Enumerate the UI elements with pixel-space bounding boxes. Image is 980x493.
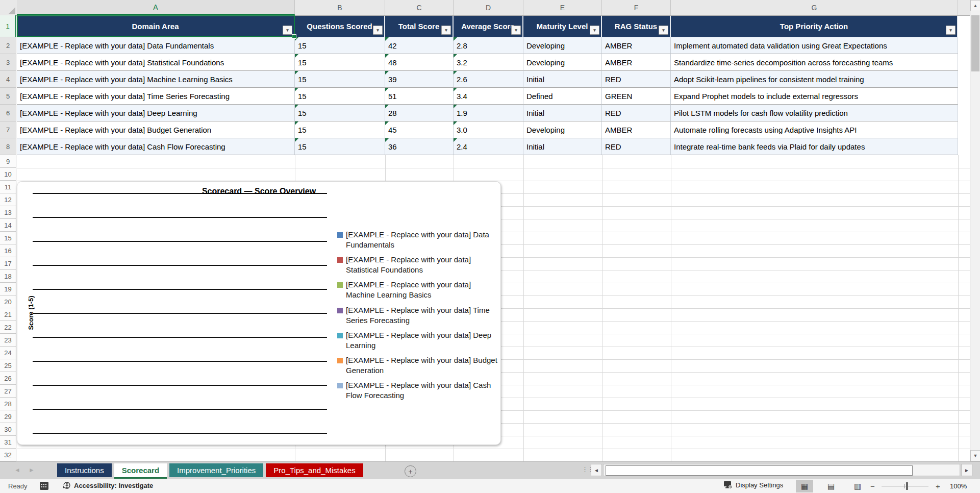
sheet-tab-pro_tips_and_mistakes[interactable]: Pro_Tips_and_Mistakes [266, 463, 363, 477]
cell-domain-row6[interactable]: [EXAMPLE - Replace with your data] Deep … [17, 105, 295, 121]
cell-questions-row5[interactable]: 15 [295, 88, 385, 105]
cell-questions-row4[interactable]: 15 [295, 71, 385, 88]
scorecard-chart[interactable]: Scorecard — Score Overview Score (1-5) [… [17, 181, 501, 445]
column-header-d[interactable]: D [454, 0, 523, 15]
zoom-slider-thumb[interactable] [906, 482, 908, 490]
table-header-domain-area[interactable]: Domain Area▾ [17, 15, 295, 37]
cell-maturity-row3[interactable]: Developing [523, 54, 602, 71]
macro-record-icon[interactable] [40, 482, 48, 490]
legend-item[interactable]: [EXAMPLE - Replace with your data] Machi… [337, 280, 498, 300]
cell-average-row6[interactable]: 1.9 [454, 105, 523, 121]
column-header-f[interactable]: F [602, 0, 671, 15]
cell-total-row6[interactable]: 28 [385, 105, 454, 121]
scroll-up-icon[interactable]: ▲ [970, 0, 980, 11]
cell-action-row5[interactable]: Expand Prophet models to include externa… [671, 88, 958, 105]
row-header-2[interactable]: 2 [0, 37, 16, 54]
row-header-32[interactable]: 32 [0, 449, 16, 461]
row-header-10[interactable]: 10 [0, 168, 16, 181]
legend-item[interactable]: [EXAMPLE - Replace with your data] Deep … [337, 330, 498, 351]
column-header-c[interactable]: C [385, 0, 454, 15]
column-header-a[interactable]: A [17, 0, 295, 15]
cell-average-row4[interactable]: 2.6 [454, 71, 523, 88]
filter-dropdown-icon[interactable]: ▾ [659, 26, 668, 35]
cell-rag-row8[interactable]: RED [602, 138, 671, 155]
cell-average-row2[interactable]: 2.8 [454, 37, 523, 54]
view-normal-button[interactable]: ▦ [796, 480, 813, 492]
zoom-level[interactable]: 100% [950, 482, 967, 490]
select-all-corner[interactable] [0, 0, 17, 15]
row-header-9[interactable]: 9 [0, 155, 16, 168]
table-header-average-score[interactable]: Average Score▾ [454, 15, 523, 37]
cell-domain-row4[interactable]: [EXAMPLE - Replace with your data] Machi… [17, 71, 295, 88]
zoom-out-button[interactable]: − [870, 482, 875, 490]
cell-total-row2[interactable]: 42 [385, 37, 454, 54]
cell-action-row3[interactable]: Standardize time-series decomposition ac… [671, 54, 958, 71]
view-page-layout-button[interactable]: ▤ [822, 480, 840, 492]
sheet-tab-instructions[interactable]: Instructions [57, 463, 112, 477]
row-header-4[interactable]: 4 [0, 71, 16, 88]
filter-dropdown-icon[interactable]: ▾ [441, 26, 451, 35]
row-header-24[interactable]: 24 [0, 347, 16, 359]
cell-maturity-row4[interactable]: Initial [523, 71, 602, 88]
cell-maturity-row2[interactable]: Developing [523, 37, 602, 54]
cell-action-row8[interactable]: Integrate real-time bank feeds via Plaid… [671, 138, 958, 155]
row-header-17[interactable]: 17 [0, 257, 16, 270]
row-header-11[interactable]: 11 [0, 181, 16, 193]
row-header-19[interactable]: 19 [0, 283, 16, 295]
view-page-break-button[interactable]: ▥ [849, 480, 866, 492]
legend-item[interactable]: [EXAMPLE - Replace with your data] Data … [337, 230, 498, 250]
cell-action-row7[interactable]: Automate rolling forecasts using Adaptiv… [671, 121, 958, 138]
cell-total-row3[interactable]: 48 [385, 54, 454, 71]
table-header-top-priority-action[interactable]: Top Priority Action▾ [671, 15, 958, 37]
row-header-21[interactable]: 21 [0, 308, 16, 321]
cell-total-row7[interactable]: 45 [385, 121, 454, 138]
cell-questions-row7[interactable]: 15 [295, 121, 385, 138]
row-header-22[interactable]: 22 [0, 321, 16, 334]
cell-domain-row5[interactable]: [EXAMPLE - Replace with your data] Time … [17, 88, 295, 105]
cell-action-row4[interactable]: Adopt Scikit-learn pipelines for consist… [671, 71, 958, 88]
row-header-7[interactable]: 7 [0, 121, 16, 138]
legend-item[interactable]: [EXAMPLE - Replace with your data] Stati… [337, 255, 498, 275]
cell-domain-row8[interactable]: [EXAMPLE - Replace with your data] Cash … [17, 138, 295, 155]
filter-dropdown-icon[interactable]: ▾ [511, 26, 521, 35]
horizontal-scrollbar[interactable] [603, 464, 960, 476]
row-header-25[interactable]: 25 [0, 359, 16, 372]
row-header-18[interactable]: 18 [0, 270, 16, 283]
sheet-nav-arrows-icon[interactable]: ◄► [14, 466, 43, 474]
filter-dropdown-icon[interactable]: ▾ [373, 26, 383, 35]
column-header-e[interactable]: E [523, 0, 602, 15]
cell-average-row5[interactable]: 3.4 [454, 88, 523, 105]
cell-rag-row6[interactable]: RED [602, 105, 671, 121]
row-header-28[interactable]: 28 [0, 398, 16, 410]
filter-dropdown-icon[interactable]: ▾ [946, 26, 956, 35]
table-header-questions-scored[interactable]: Questions Scored▾ [295, 15, 385, 37]
row-header-26[interactable]: 26 [0, 372, 16, 385]
cell-questions-row8[interactable]: 15 [295, 138, 385, 155]
cell-domain-row3[interactable]: [EXAMPLE - Replace with your data] Stati… [17, 54, 295, 71]
row-header-20[interactable]: 20 [0, 295, 16, 308]
cell-total-row8[interactable]: 36 [385, 138, 454, 155]
row-header-8[interactable]: 8 [0, 138, 16, 155]
sheet-tab-improvement_priorities[interactable]: Improvement_Priorities [169, 463, 263, 477]
row-header-29[interactable]: 29 [0, 410, 16, 423]
row-header-15[interactable]: 15 [0, 232, 16, 244]
vertical-scrollbar[interactable]: ▲ ▼ [970, 0, 980, 461]
cell-total-row4[interactable]: 39 [385, 71, 454, 88]
cell-questions-row2[interactable]: 15 [295, 37, 385, 54]
row-header-14[interactable]: 14 [0, 219, 16, 232]
row-header-16[interactable]: 16 [0, 244, 16, 257]
vertical-scrollbar-thumb[interactable] [971, 15, 979, 71]
row-header-1[interactable]: 1 [0, 15, 16, 37]
column-header-g[interactable]: G [671, 0, 958, 15]
legend-item[interactable]: [EXAMPLE - Replace with your data] Budge… [337, 355, 498, 376]
filter-dropdown-icon[interactable]: ▾ [283, 26, 292, 35]
cell-action-row2[interactable]: Implement automated data validation usin… [671, 37, 958, 54]
cell-total-row5[interactable]: 51 [385, 88, 454, 105]
add-sheet-button[interactable]: + [405, 465, 416, 477]
display-settings-button[interactable]: Display Settings [723, 481, 783, 489]
zoom-slider-track[interactable] [882, 486, 928, 486]
cell-domain-row7[interactable]: [EXAMPLE - Replace with your data] Budge… [17, 121, 295, 138]
row-header-12[interactable]: 12 [0, 193, 16, 206]
cell-average-row8[interactable]: 2.4 [454, 138, 523, 155]
cell-maturity-row8[interactable]: Initial [523, 138, 602, 155]
